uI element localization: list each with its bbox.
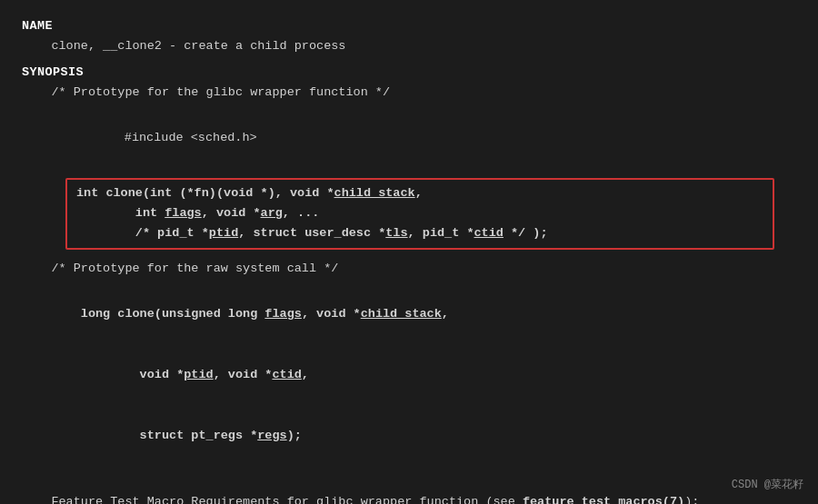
include-line: #include <sched.h> (22, 108, 796, 169)
long-clone-2: void *ptid, void *ctid, (22, 345, 796, 406)
main-container: NAME clone, __clone2 - create a child pr… (0, 0, 818, 504)
name-label: NAME (22, 19, 53, 33)
comment-prototype: /* Prototype for the glibc wrapper funct… (22, 83, 796, 103)
long-clone-1: long clone(unsigned long flags, void *ch… (22, 284, 796, 345)
highlight-line-2: int flags, void *arg, ... (76, 203, 763, 223)
feature-line: Feature Test Macro Requirements for glib… (22, 471, 796, 504)
long-clone-3: struct pt_regs *regs); (22, 406, 796, 467)
comment-raw: /* Prototype for the raw system call */ (22, 259, 796, 279)
synopsis-label: SYNOPSIS (22, 65, 84, 79)
highlight-line-1: int clone(int (*fn)(void *), void *child… (76, 183, 763, 203)
highlighted-prototype: int clone(int (*fn)(void *), void *child… (65, 178, 774, 250)
name-description: clone, __clone2 - create a child process (22, 36, 796, 56)
watermark: CSDN @菜花籽 (732, 477, 803, 495)
name-section-header: NAME (22, 16, 796, 36)
synopsis-section-header: SYNOPSIS (22, 63, 796, 83)
highlight-line-3: /* pid_t *ptid, struct user_desc *tls, p… (76, 223, 763, 243)
